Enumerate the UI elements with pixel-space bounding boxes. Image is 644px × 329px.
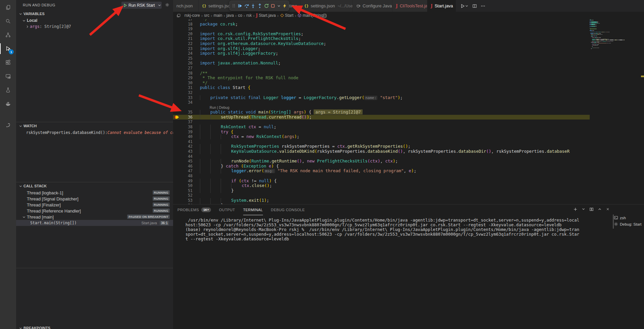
code-line[interactable]: 33 private static final Logger logger = … [173, 95, 644, 100]
line-number[interactable]: 49 [173, 179, 193, 184]
panel-tab-output[interactable]: OUTPUT [219, 204, 235, 215]
line-number[interactable]: 31 [173, 85, 193, 90]
line-number[interactable]: 32 [173, 90, 193, 95]
code-line[interactable]: 53 System.exit(1); [173, 198, 644, 203]
line-number[interactable]: 36 [173, 115, 193, 120]
terminal-list-item[interactable]: Debug: Start [612, 221, 643, 227]
code-line[interactable]: 48 [173, 174, 644, 179]
tab-clitoolstest-java[interactable]: JCliToolsTest.java [392, 0, 427, 12]
line-number[interactable]: 39 [173, 130, 193, 135]
code-line[interactable]: 30 */ [173, 81, 644, 86]
stack-frame-row[interactable]: Start.main(String[]) Start.java36:1 [16, 220, 173, 226]
code-line[interactable]: 34 [173, 100, 644, 105]
variables-header[interactable]: VARIABLES [16, 10, 173, 17]
line-number[interactable]: 35 [173, 110, 193, 115]
breadcrumb-item[interactable]: co [238, 13, 242, 18]
code-line[interactable]: 44 [173, 154, 644, 159]
code-line[interactable]: 31public class Start { [173, 85, 644, 90]
breadcrumb-item[interactable]: JStart.java [256, 13, 276, 18]
code-line[interactable]: 27 [173, 66, 644, 71]
code-line[interactable]: 25 [173, 56, 644, 61]
tab-settings-json[interactable]: {}settings.json~/.../User [301, 0, 353, 12]
panel-tab-terminal[interactable]: TERMINAL [243, 204, 263, 215]
tab-start-java[interactable]: JStart.java [427, 0, 456, 12]
breadcrumb-item[interactable]: main [214, 13, 222, 18]
thread-row[interactable]: Thread [logback-1]RUNNING [16, 190, 173, 196]
line-number[interactable]: 46 [173, 164, 193, 169]
line-number[interactable]: 22 [173, 41, 193, 46]
code-line[interactable]: 41 [173, 139, 644, 144]
continue-icon[interactable] [237, 3, 243, 8]
tab-settings-json[interactable]: {}settings.json [199, 0, 232, 12]
line-number[interactable]: 29 [173, 76, 193, 81]
step-over-icon[interactable] [244, 3, 249, 8]
code-line[interactable]: 17 */ [173, 19, 644, 22]
thread-row[interactable]: Thread [Reference Handler]RUNNING [16, 208, 173, 214]
breadcrumb-item[interactable]: java [226, 13, 234, 18]
line-number[interactable]: 45 [173, 159, 193, 164]
activity-item-source-control[interactable] [0, 29, 16, 41]
code-line[interactable]: 50 ctx.close(); [173, 183, 644, 188]
activity-item-docker[interactable] [0, 97, 16, 110]
code-line[interactable]: 49 if (ctx != null) { [173, 179, 644, 184]
codelens-row[interactable]: Run | Debug [173, 105, 644, 110]
code-line[interactable]: 47 logger.error(msg: "The RSK node main … [173, 169, 644, 174]
code-line[interactable]: 19 [173, 27, 644, 32]
code-line[interactable]: 51 } [173, 188, 644, 193]
hot-code-replace-icon[interactable] [282, 3, 287, 8]
breadcrumb-item[interactable]: src [204, 13, 209, 18]
code-editor[interactable]: 17 */18package co.rsk;1920import co.rsk.… [173, 19, 644, 204]
activity-item-extensions[interactable] [0, 56, 16, 69]
tab-nch-json[interactable]: nch.json [173, 0, 199, 12]
line-number[interactable]: 30 [173, 81, 193, 86]
scope-local[interactable]: Local [16, 17, 173, 23]
line-number[interactable]: 19 [173, 27, 193, 32]
code-line[interactable]: 37 [173, 120, 644, 125]
tab-configure-java-runtime[interactable]: Configure Java Runtime [353, 0, 392, 12]
line-number[interactable]: 33 [173, 95, 193, 100]
line-number[interactable]: 23 [173, 46, 193, 51]
code-line[interactable]: 28/** [173, 71, 644, 76]
watch-row[interactable]: rskSystemProperties.databaseKind(): Cann… [16, 130, 173, 136]
call-stack-header[interactable]: CALL STACK [16, 182, 173, 190]
line-number[interactable]: 18 [173, 22, 193, 27]
line-number[interactable]: 20 [173, 32, 193, 37]
minimap[interactable] [590, 19, 625, 204]
line-number[interactable]: 52 [173, 193, 193, 198]
line-number[interactable]: 17 [173, 19, 193, 22]
line-number[interactable]: 28 [173, 71, 193, 76]
line-number[interactable]: 27 [173, 66, 193, 71]
restart-icon[interactable] [264, 3, 269, 8]
line-number[interactable]: 41 [173, 139, 193, 144]
activity-item-testing[interactable] [0, 84, 16, 96]
line-number[interactable]: 37 [173, 120, 193, 125]
line-number[interactable]: 34 [173, 100, 193, 105]
line-number[interactable]: 47 [173, 169, 193, 174]
code-line[interactable]: 42 RskSystemProperties rskSystemProperti… [173, 144, 644, 149]
split-icon[interactable] [589, 207, 594, 211]
code-line[interactable]: 45 runNode(Runtime.getRuntime(), new Pre… [173, 159, 644, 164]
line-number[interactable]: 21 [173, 36, 193, 41]
code-line[interactable]: 38 RskContext ctx = null; [173, 125, 644, 130]
line-number[interactable]: 44 [173, 154, 193, 159]
chevron-down-icon[interactable] [582, 207, 585, 211]
overview-ruler[interactable] [641, 19, 644, 204]
code-line[interactable]: 32 [173, 90, 644, 95]
code-line[interactable]: 22import org.ethereum.datasource.KeyValu… [173, 41, 644, 46]
code-line[interactable]: 52 [173, 193, 644, 198]
thread-row[interactable]: Thread [Finalizer]RUNNING [16, 202, 173, 208]
terminal-list-item[interactable]: zsh [612, 215, 643, 221]
breadcrumb-item[interactable]: rskj-core [184, 13, 200, 18]
watch-header[interactable]: WATCH [16, 122, 173, 130]
line-number[interactable]: 38 [173, 125, 193, 130]
split-editor-icon[interactable] [472, 4, 477, 8]
chevron-up-icon[interactable] [598, 207, 602, 211]
activity-item-search[interactable] [0, 15, 16, 28]
line-number[interactable]: 40 [173, 134, 193, 139]
variable-row[interactable]: args: String[2]@7 [16, 23, 173, 30]
line-number[interactable]: 25 [173, 56, 193, 61]
breakpoints-section[interactable]: BREAKPOINTS [16, 324, 173, 329]
activity-item-explorer[interactable] [0, 1, 16, 14]
terminal-output[interactable]: /usr/bin/env /Library/Internet\ Plug-Ins… [185, 218, 609, 241]
code-line[interactable]: 46 } catch (Exception e) { [173, 164, 644, 169]
